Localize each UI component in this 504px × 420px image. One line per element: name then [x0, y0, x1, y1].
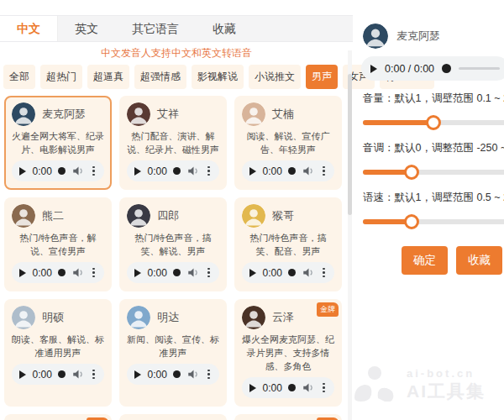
volume-icon[interactable] [187, 369, 200, 380]
preview-audio-player: 0:00 / 0:00 [361, 56, 504, 81]
player-time: 0:00 [33, 165, 52, 177]
voice-card[interactable]: 金牌云皓阅读解说、广告宣传中年男声、支持多情感0:00 [4, 414, 112, 420]
kebab-menu-icon[interactable] [206, 368, 212, 381]
voice-card[interactable]: 四郎热门/特色声音，搞笑、解说、男声0:00 [119, 197, 227, 291]
voice-card[interactable]: 云希火遍全网、电影解说、广告宣传男声0:00 [119, 414, 227, 420]
voice-card[interactable]: 金牌云泽爆火全网麦克阿瑟、纪录片男声、支持多情感、多角色0:00 [234, 299, 342, 407]
slider-fill [363, 120, 433, 125]
kebab-menu-icon[interactable] [91, 165, 97, 178]
kebab-menu-icon[interactable] [91, 266, 97, 280]
play-icon[interactable] [370, 65, 377, 73]
tab-2[interactable]: 英文 [58, 16, 115, 41]
slider-control[interactable] [363, 115, 504, 130]
tab-1[interactable]: 中文 [0, 16, 58, 41]
voice-card[interactable]: 猴哥热门/特色声音，搞笑、配音、男声0:00 [234, 197, 342, 291]
seek-handle[interactable] [173, 167, 181, 175]
play-icon[interactable] [249, 269, 256, 277]
voice-card[interactable]: 明达新闻、阅读、宣传、标准男声0:00 [119, 299, 227, 407]
kebab-menu-icon[interactable] [91, 368, 97, 381]
voice-description: 火遍全网大将军、纪录片、电影解说男声 [12, 129, 104, 156]
slider-label: 音量：默认1，调壁范围 0.1 ~ 2 [363, 92, 504, 106]
volume-icon[interactable] [72, 165, 85, 176]
seek-handle[interactable] [173, 370, 181, 378]
slider-control[interactable] [363, 214, 504, 229]
filter-chip-5[interactable]: 影视解说 [192, 65, 244, 89]
voice-card[interactable]: 艾祥热门配音、演讲、解说、纪录片、磁性男声0:00 [119, 96, 227, 190]
language-tabbar: 中文英文其它语言收藏 [0, 15, 353, 42]
card-audio-player: 0:00 [12, 364, 104, 385]
play-icon[interactable] [134, 269, 141, 277]
play-icon[interactable] [134, 167, 141, 176]
seek-track[interactable] [459, 67, 500, 70]
play-icon[interactable] [19, 370, 26, 379]
play-icon[interactable] [19, 269, 26, 277]
filter-chip-2[interactable]: 超热门 [40, 65, 82, 89]
tab-3[interactable]: 其它语言 [115, 16, 196, 41]
selected-voice-row: 麦克阿瑟 [363, 24, 504, 49]
play-icon[interactable] [249, 167, 256, 176]
kebab-menu-icon[interactable] [321, 266, 327, 280]
seek-handle[interactable] [288, 269, 296, 276]
voice-card[interactable]: 麦克阿瑟火遍全网大将军、纪录片、电影解说男声0:00 [4, 96, 112, 190]
filter-chip-6[interactable]: 小说推文 [249, 65, 301, 89]
volume-icon[interactable] [302, 267, 315, 278]
voice-card[interactable]: 金牌云希(多情感)火遍全网、电影解说、广告宣传男声、支持多情感、多角色0:00 [234, 414, 342, 420]
play-icon[interactable] [249, 384, 256, 392]
confirm-button[interactable]: 确定 [402, 246, 448, 275]
voice-avatar [127, 204, 150, 228]
seek-handle[interactable] [288, 384, 296, 391]
seek-handle[interactable] [58, 269, 66, 276]
slider-group-1: 音量：默认1，调壁范围 0.1 ~ 2 [363, 92, 504, 130]
volume-icon[interactable] [302, 382, 315, 393]
voice-avatar [12, 306, 35, 329]
volume-icon[interactable] [187, 267, 200, 278]
voice-settings-panel: 麦克阿瑟 0:00 / 0:00 音量：默认1，调壁范围 0.1 ~ 2音调：默… [363, 24, 504, 275]
filter-chip-7[interactable]: 男声 [306, 65, 338, 89]
voice-avatar [127, 306, 150, 329]
play-icon[interactable] [19, 167, 26, 176]
voice-avatar [12, 102, 35, 126]
voice-name: 四郎 [157, 208, 179, 223]
kebab-menu-icon[interactable] [206, 165, 212, 178]
kebab-menu-icon[interactable] [206, 266, 212, 280]
seek-handle[interactable] [58, 167, 66, 175]
voice-card[interactable]: 艾楠阅读、解说、宣传广告、年轻男声0:00 [234, 96, 342, 190]
kebab-menu-icon[interactable] [321, 165, 327, 178]
voice-description: 热门/特色声音，解说、宣传男声 [12, 231, 104, 258]
player-time: 0:00 [263, 267, 282, 279]
volume-icon[interactable] [302, 165, 315, 176]
slider-thumb[interactable] [404, 214, 419, 229]
slider-group-3: 语速：默认1，调壁范围 0.5 ~ 2 [363, 191, 504, 229]
volume-icon[interactable] [72, 267, 85, 278]
slider-control[interactable] [363, 165, 504, 180]
voice-card-header: 明达 [127, 306, 219, 329]
player-time: 0:00 / 0:00 [385, 63, 434, 75]
voice-card[interactable]: 明硕朗读、客服、解说、标准通用男声0:00 [4, 299, 112, 407]
seek-handle[interactable] [58, 370, 66, 378]
filter-chip-1[interactable]: 全部 [3, 65, 35, 89]
slider-thumb[interactable] [404, 165, 419, 180]
filter-chip-3[interactable]: 超逼真 [87, 65, 129, 89]
voice-name: 明硕 [42, 310, 64, 325]
seek-handle[interactable] [288, 167, 296, 175]
voice-card[interactable]: 熊二热门/特色声音，解说、宣传男声0:00 [4, 197, 112, 291]
tab-4[interactable]: 收藏 [196, 16, 253, 41]
voice-card-header: 熊二 [12, 204, 104, 228]
favorite-button[interactable]: 收藏 [456, 246, 502, 275]
seek-handle[interactable] [442, 64, 451, 73]
volume-icon[interactable] [187, 165, 200, 176]
volume-icon[interactable] [72, 369, 85, 380]
slider-label: 语速：默认1，调壁范围 0.5 ~ 2 [363, 191, 504, 205]
slider-thumb[interactable] [426, 115, 441, 130]
scrollbar-thumb[interactable] [348, 74, 352, 215]
voice-avatar [242, 102, 265, 126]
card-audio-player: 0:00 [242, 377, 334, 398]
voice-description: 阅读、解说、宣传广告、年轻男声 [242, 129, 334, 156]
seek-handle[interactable] [173, 269, 181, 276]
filter-chip-4[interactable]: 超强情感 [134, 65, 186, 89]
gold-badge: 金牌 [317, 302, 339, 317]
voice-name: 猴哥 [272, 208, 294, 223]
kebab-menu-icon[interactable] [321, 381, 327, 395]
card-audio-player: 0:00 [12, 262, 104, 283]
play-icon[interactable] [134, 370, 141, 379]
